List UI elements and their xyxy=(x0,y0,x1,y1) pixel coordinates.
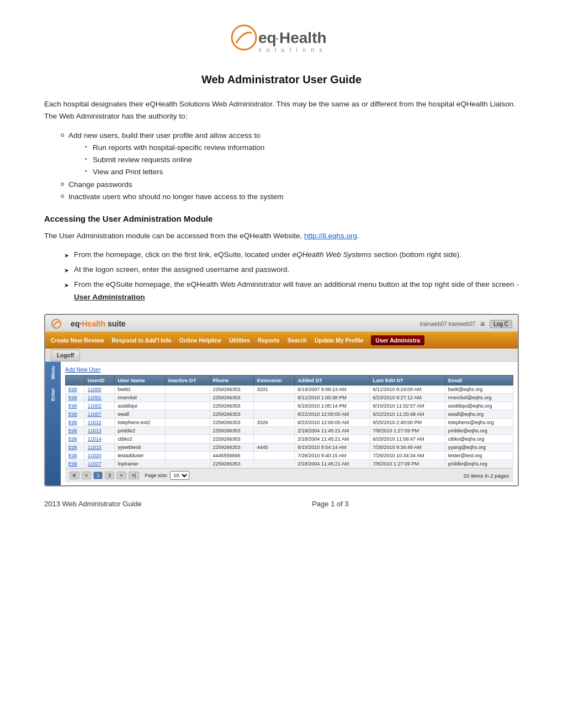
logoff-button[interactable]: Log C xyxy=(490,320,512,328)
table-row: Edit11002asiddiqui22592663536/15/2010 1:… xyxy=(66,402,513,410)
edit-link[interactable]: Edit xyxy=(68,411,77,417)
edit-link[interactable]: Edit xyxy=(68,395,77,400)
sub-item-3: View and Print letters xyxy=(85,166,519,178)
next-page-button[interactable]: > xyxy=(116,472,126,479)
nav-update-profile[interactable]: Update My Profile xyxy=(315,337,364,344)
sub-bullet-list-1: Run reports with hospital-specific revie… xyxy=(85,142,519,179)
screenshot-box: eq·Health suite trainweb07 trainweb07 🖥 … xyxy=(44,314,519,486)
logo-area: eq · Health s o l u t i o n s xyxy=(44,22,519,58)
col-header-userid: UserID xyxy=(84,376,114,386)
authority-item-1: Add new users, build their user profile … xyxy=(61,130,519,179)
col-header-username: User Name xyxy=(115,376,166,386)
userid-link[interactable]: 11013 xyxy=(88,428,102,433)
table-row: Edit11020testadduser44455566667/26/2010 … xyxy=(66,452,513,460)
table-row: Edit11012tstephens-ext2225926635333266/2… xyxy=(66,419,513,427)
total-info: 20 items in 2 pages xyxy=(464,473,509,479)
arrow-item-3: From the eQSuite homepage, the eQHealth … xyxy=(64,279,519,304)
suite-logo-text: eq·Health suite xyxy=(71,319,126,328)
intro-paragraph: Each hospital designates their eQHealth … xyxy=(44,98,519,123)
nav-utilities[interactable]: Utilities xyxy=(229,337,250,344)
authority-list: Add new users, build their user profile … xyxy=(61,130,519,204)
prev-page-button[interactable]: < xyxy=(82,472,91,479)
eq-health-logo: eq · Health s o l u t i o n s xyxy=(226,22,337,58)
table-row: Edit11000bwitt2225926635332016/19/2007 9… xyxy=(66,386,513,394)
userid-link[interactable]: 11000 xyxy=(88,387,102,392)
page: eq · Health s o l u t i o n s Web Admini… xyxy=(0,0,563,728)
col-header-action xyxy=(66,376,85,386)
authority-item-2: Change passwords xyxy=(61,179,519,191)
suite-logo-area: eq·Health suite xyxy=(51,318,126,329)
svg-text:s o l u t i o n s: s o l u t i o n s xyxy=(258,46,324,53)
userid-link[interactable]: 11014 xyxy=(88,436,102,442)
suite-icon: 🖥 xyxy=(480,321,485,327)
suite-username: trainweb07 trainweb07 xyxy=(420,321,476,327)
nav-reports[interactable]: Reports xyxy=(258,337,280,344)
table-row: Edit11013priddie222592663532/18/2004 11:… xyxy=(66,427,513,435)
table-row: Edit11015yywebtesti225926635344456/15/20… xyxy=(66,443,513,452)
main-nav: Create New Review Respond to Add'l Info … xyxy=(45,332,518,349)
sidebar-item-menu[interactable]: Menu xyxy=(48,362,58,384)
logoff-nav-item[interactable]: Logoff xyxy=(51,350,80,361)
edit-link[interactable]: Edit xyxy=(68,445,77,450)
userid-link[interactable]: 11007 xyxy=(88,411,102,417)
current-page-button[interactable]: 1 xyxy=(93,472,103,479)
col-header-extension: Extension xyxy=(254,376,295,386)
suite-right-area: trainweb07 trainweb07 🖥 Log C xyxy=(420,320,512,328)
user-table: UserID User Name Inactive DT Phone Exten… xyxy=(65,375,513,468)
svg-text:eq: eq xyxy=(258,29,277,46)
table-header-row: UserID User Name Inactive DT Phone Exten… xyxy=(66,376,513,386)
svg-point-5 xyxy=(52,319,61,328)
nav-user-admin[interactable]: User Administra xyxy=(371,335,424,345)
table-row: Edit11007ewall22592663538/22/2010 12:00:… xyxy=(66,410,513,419)
userid-link[interactable]: 11012 xyxy=(88,420,102,425)
col-header-lastedit: Last Edit DT xyxy=(370,376,445,386)
authority-item-3: Inactivate users who should no longer ha… xyxy=(61,191,519,203)
sidebar-item-enter[interactable]: Enter xyxy=(48,384,58,405)
userid-link[interactable]: 11020 xyxy=(88,453,102,458)
footer-guide-label: 2013 Web Administrator Guide xyxy=(44,500,142,508)
sidebar: Menu Enter xyxy=(45,362,61,485)
first-page-button[interactable]: K xyxy=(70,472,79,479)
section-heading: Accessing the User Administration Module xyxy=(44,214,519,223)
edit-link[interactable]: Edit xyxy=(68,387,77,392)
nav-search[interactable]: Search xyxy=(288,337,307,344)
svg-point-0 xyxy=(232,25,256,50)
nav-helpline[interactable]: Online Helpline xyxy=(179,337,221,344)
userid-link[interactable]: 11027 xyxy=(88,461,102,467)
nav-create-review[interactable]: Create New Review xyxy=(51,337,104,344)
table-row: Edit11027lnptrainer22592663532/18/2004 1… xyxy=(66,460,513,468)
nav-respond[interactable]: Respond to Add'l Info xyxy=(111,337,171,344)
edit-link[interactable]: Edit xyxy=(68,403,77,409)
userid-link[interactable]: 11002 xyxy=(88,403,102,409)
col-header-inactive: Inactive DT xyxy=(165,376,210,386)
userid-link[interactable]: 11001 xyxy=(88,395,102,400)
arrow-list: From the homepage, click on the first li… xyxy=(64,249,519,304)
pagination-area: K < 1 2 > >| Page size: 10 20 50 20 ite xyxy=(65,468,513,482)
page-title: Web Administrator User Guide xyxy=(44,73,519,86)
edit-link[interactable]: Edit xyxy=(68,453,77,458)
page-size-label: Page size: xyxy=(145,473,168,478)
table-row: Edit11014ctbko222592663532/18/2004 11:45… xyxy=(66,435,513,443)
table-body: Edit11000bwitt2225926635332016/19/2007 9… xyxy=(66,386,513,468)
col-header-added: Added DT xyxy=(295,376,370,386)
col-header-phone: Phone xyxy=(210,376,254,386)
suite-nav-bar: eq·Health suite trainweb07 trainweb07 🖥 … xyxy=(45,315,518,332)
svg-text:Health: Health xyxy=(279,29,327,46)
userid-link[interactable]: 11015 xyxy=(88,445,102,450)
last-page-button[interactable]: >| xyxy=(129,472,140,479)
arrow-item-1: From the homepage, click on the first li… xyxy=(64,249,519,261)
col-header-email: Email xyxy=(445,376,513,386)
edit-link[interactable]: Edit xyxy=(68,436,77,442)
edit-link[interactable]: Edit xyxy=(68,420,77,425)
edit-link[interactable]: Edit xyxy=(68,461,77,467)
add-new-user-link[interactable]: Add New User xyxy=(65,367,100,373)
table-row: Edit11001rmerckel22592663536/11/2010 1:0… xyxy=(66,394,513,402)
section-paragraph: The User Administration module can be ac… xyxy=(44,230,519,242)
edit-link[interactable]: Edit xyxy=(68,428,77,433)
section-link[interactable]: http://il.eqhs.org xyxy=(304,232,357,240)
content-area: Menu Enter Add New User UserID User Name… xyxy=(45,362,518,485)
page-size-select[interactable]: 10 20 50 xyxy=(170,471,189,480)
sub-item-2: Submit review requests online xyxy=(85,154,519,166)
page-2-button[interactable]: 2 xyxy=(105,472,114,479)
suite-logo-icon xyxy=(51,318,67,329)
